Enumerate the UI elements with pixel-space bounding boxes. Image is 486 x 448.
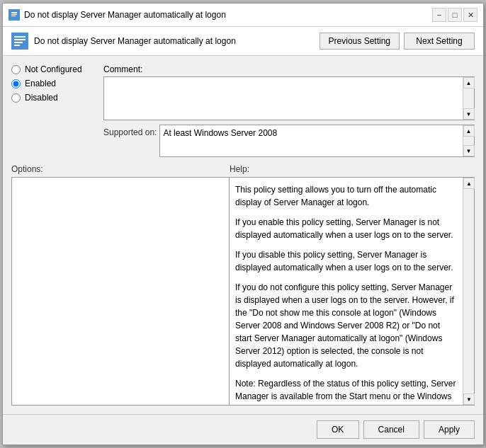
header-title: Do not display Server Manager automatica…: [34, 36, 236, 46]
comment-scroll-down[interactable]: ▼: [463, 108, 475, 120]
supported-value: At least Windows Server 2008: [160, 125, 463, 156]
window-title: Do not display Server Manager automatica…: [24, 10, 226, 20]
radio-not-configured[interactable]: Not Configured: [11, 64, 103, 74]
radio-options: Not Configured Enabled Disabled: [11, 64, 103, 103]
help-paragraph-1: This policy setting allows you to turn o…: [235, 183, 457, 209]
help-text-area: This policy setting allows you to turn o…: [230, 178, 463, 405]
ok-button[interactable]: OK: [317, 420, 359, 439]
radio-enabled-input[interactable]: [11, 79, 21, 88]
main-content: Not Configured Enabled Disabled Comment:: [3, 56, 483, 414]
options-label: Options:: [11, 164, 230, 174]
close-button[interactable]: ✕: [463, 8, 477, 22]
help-paragraph-3: If you disable this policy setting, Serv…: [235, 248, 457, 274]
svg-rect-8: [14, 45, 20, 46]
title-bar: Do not display Server Manager automatica…: [3, 4, 483, 27]
radio-group: Not Configured Enabled Disabled: [11, 64, 103, 157]
right-column: Comment: ▲ ▼ Supported on: At: [103, 64, 475, 157]
apply-button[interactable]: Apply: [424, 420, 475, 439]
radio-enabled-label: Enabled: [25, 79, 56, 88]
radio-disabled-label: Disabled: [25, 93, 58, 103]
supported-scroll-track: [463, 137, 474, 145]
comment-input[interactable]: [104, 77, 463, 120]
maximize-button[interactable]: □: [448, 8, 462, 22]
help-scroll-track: [463, 189, 474, 394]
options-panel: [11, 177, 230, 406]
previous-setting-button[interactable]: Previous Setting: [320, 33, 400, 50]
header-left: Do not display Server Manager automatica…: [11, 33, 236, 50]
help-scrollbar: ▲ ▼: [463, 178, 474, 405]
svg-rect-3: [11, 16, 16, 16]
supported-scroll-down[interactable]: ▼: [463, 145, 475, 156]
supported-label: Supported on:: [103, 125, 157, 137]
svg-rect-2: [11, 14, 17, 15]
help-paragraph-5: Note: Regardless of the status of this p…: [235, 377, 457, 405]
window-icon: [9, 9, 20, 21]
comment-field-row: Comment: ▲ ▼: [103, 64, 475, 120]
svg-rect-7: [14, 42, 23, 43]
svg-rect-6: [14, 39, 26, 40]
bottom-bar: OK Cancel Apply: [3, 414, 483, 444]
radio-disabled[interactable]: Disabled: [11, 93, 103, 103]
supported-scroll-up[interactable]: ▲: [463, 125, 475, 137]
cancel-button[interactable]: Cancel: [363, 420, 419, 439]
supported-box-wrapper: At least Windows Server 2008 ▲ ▼: [159, 125, 475, 157]
title-bar-left: Do not display Server Manager automatica…: [9, 9, 226, 21]
header-buttons: Previous Setting Next Setting: [320, 33, 475, 50]
svg-rect-1: [11, 12, 17, 13]
radio-not-configured-input[interactable]: [11, 65, 21, 74]
help-panel: This policy setting allows you to turn o…: [230, 177, 475, 406]
top-section: Not Configured Enabled Disabled Comment:: [11, 64, 475, 157]
comment-scroll-up[interactable]: ▲: [463, 77, 475, 88]
help-paragraph-2: If you enable this policy setting, Serve…: [235, 216, 457, 241]
title-bar-controls: − □ ✕: [432, 8, 477, 22]
help-paragraph-4: If you do not configure this policy sett…: [235, 281, 457, 370]
radio-enabled[interactable]: Enabled: [11, 79, 103, 88]
supported-box: At least Windows Server 2008 ▲ ▼: [159, 125, 475, 157]
svg-rect-4: [12, 33, 28, 49]
comment-scroll-track: [463, 88, 474, 108]
supported-scrollbar: ▲ ▼: [463, 125, 474, 156]
options-help-labels: Options: Help:: [11, 164, 475, 174]
radio-disabled-input[interactable]: [11, 93, 21, 103]
next-setting-button[interactable]: Next Setting: [404, 33, 475, 50]
supported-field-row: Supported on: At least Windows Server 20…: [103, 125, 475, 157]
radio-not-configured-label: Not Configured: [25, 64, 82, 74]
help-label: Help:: [230, 164, 475, 174]
bottom-section: This policy setting allows you to turn o…: [11, 177, 475, 406]
comment-box: ▲ ▼: [103, 76, 475, 120]
minimize-button[interactable]: −: [432, 8, 446, 22]
main-window: Do not display Server Manager automatica…: [2, 3, 484, 445]
comment-scrollbar: ▲ ▼: [463, 77, 474, 120]
comment-label: Comment:: [103, 64, 475, 74]
help-scroll-down[interactable]: ▼: [463, 394, 475, 405]
header-icon: [11, 33, 28, 50]
svg-rect-5: [14, 36, 26, 38]
header-section: Do not display Server Manager automatica…: [3, 27, 483, 56]
help-scroll-up[interactable]: ▲: [463, 178, 475, 189]
